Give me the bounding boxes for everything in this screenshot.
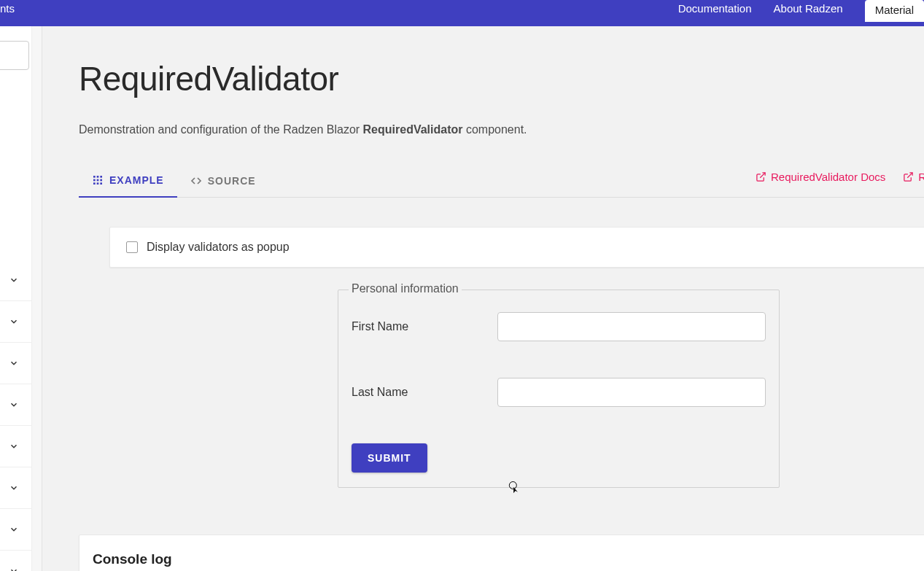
fieldset-legend: Personal information [349,282,462,295]
tab-example[interactable]: EXAMPLE [79,164,177,198]
external-link-icon [903,171,914,182]
first-name-label: First Name [352,320,497,333]
chevron-down-icon [9,483,19,493]
svg-rect-4 [97,179,99,182]
tab-example-label: EXAMPLE [109,174,164,186]
subtitle-strong: RequiredValidator [363,123,463,136]
code-icon [190,175,202,187]
page-title: RequiredValidator [79,59,924,98]
sidebar-scrollbar[interactable] [31,26,42,571]
link-second[interactable]: Rec [903,171,924,183]
svg-rect-0 [93,176,96,178]
tabs-right: RequiredValidator Docs Rec [756,171,924,190]
svg-rect-6 [93,182,96,184]
subtitle-post: component. [462,123,527,136]
console-log-title: Console log [93,551,918,567]
sidebar-item[interactable] [0,301,32,343]
nav-documentation[interactable]: Documentation [678,0,752,26]
subtitle-pre: Demonstration and configuration of the R… [79,123,363,136]
sidebar-item[interactable] [0,551,32,571]
console-log-card: Console log [79,535,924,571]
last-name-label: Last Name [352,386,497,399]
svg-rect-5 [100,179,102,182]
sidebar-item[interactable] [0,260,32,301]
sidebar [0,26,42,571]
link-docs-label: RequiredValidator Docs [771,171,885,183]
tabs-row: EXAMPLE SOURCE RequiredValidator Docs Re… [79,164,924,198]
theme-dropdown[interactable]: Material [865,0,924,22]
topbar-right: Documentation About Radzen Material [678,0,924,26]
nav-about[interactable]: About Radzen [774,0,843,26]
sidebar-item[interactable] [0,467,32,509]
page-subtitle: Demonstration and configuration of the R… [79,123,924,136]
chevron-down-icon [9,524,19,535]
svg-rect-1 [97,176,99,178]
svg-rect-2 [100,176,102,178]
svg-rect-8 [100,182,102,184]
personal-info-fieldset: Personal information First Name Last Nam… [338,290,780,488]
chevron-down-icon [9,275,19,285]
link-second-label: Rec [918,171,924,183]
popup-checkbox-label: Display validators as popup [147,241,290,254]
popup-checkbox-row: Display validators as popup [126,241,909,254]
sidebar-search-box[interactable] [0,41,29,70]
chevron-down-icon [9,441,19,451]
tab-source-label: SOURCE [208,175,256,187]
link-docs[interactable]: RequiredValidator Docs [756,171,885,183]
svg-rect-3 [93,179,96,182]
sidebar-item[interactable] [0,384,32,426]
topbar: nts Documentation About Radzen Material [0,0,924,26]
chevron-down-icon [9,566,19,571]
apps-icon [92,174,104,186]
sidebar-items [0,260,32,571]
chevron-down-icon [9,400,19,410]
sidebar-item[interactable] [0,426,32,467]
sidebar-item[interactable] [0,509,32,551]
topbar-left-fragment: nts [0,0,15,16]
main-content: RequiredValidator Demonstration and conf… [42,26,924,571]
sidebar-item[interactable] [0,343,32,384]
tabs-left: EXAMPLE SOURCE [79,164,269,197]
chevron-down-icon [9,316,19,327]
svg-rect-7 [97,182,99,184]
submit-button[interactable]: SUBMIT [352,443,427,473]
popup-option-card: Display validators as popup [109,227,924,268]
popup-checkbox[interactable] [126,241,138,253]
last-name-input[interactable] [497,378,766,407]
first-name-row: First Name [352,312,766,341]
chevron-down-icon [9,358,19,368]
last-name-row: Last Name [352,378,766,407]
first-name-input[interactable] [497,312,766,341]
external-link-icon [756,171,766,182]
tab-source[interactable]: SOURCE [177,164,269,197]
